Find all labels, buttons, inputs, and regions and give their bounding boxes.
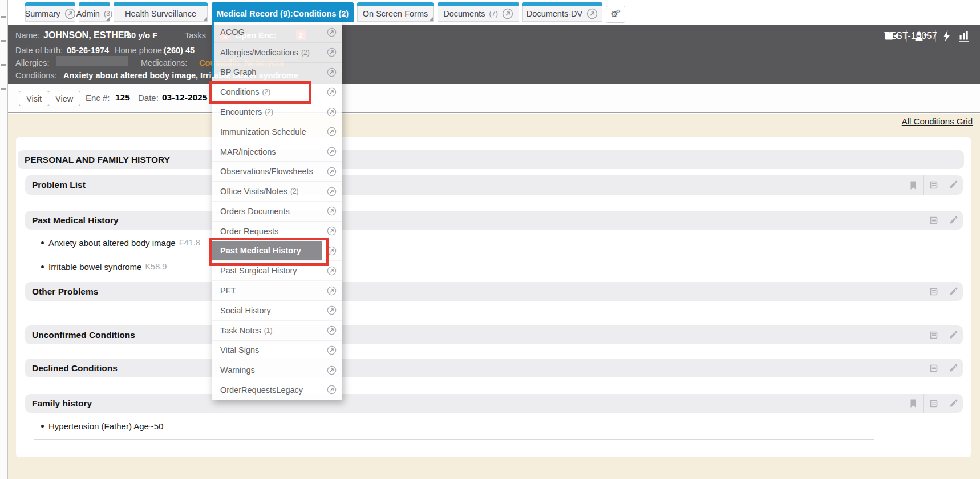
external-link-icon[interactable]: [327, 286, 337, 296]
external-link-icon[interactable]: [327, 87, 337, 97]
tab-medical-record[interactable]: Medical Record (9):Conditions (2): [212, 2, 354, 22]
external-link-icon[interactable]: [327, 167, 337, 176]
menu-item-vital-signs[interactable]: Vital Signs: [212, 340, 342, 360]
external-link-icon[interactable]: [327, 67, 337, 77]
section-personal-family-history: PERSONAL AND FAMILY HISTORY: [18, 150, 964, 169]
menu-item-orderrequestslegacy[interactable]: OrderRequestsLegacy: [212, 380, 342, 400]
section-other-problems: Other Problems: [25, 282, 963, 301]
menu-item-past-surgical-history[interactable]: Past Surgical History: [212, 260, 342, 280]
menu-item-social-history[interactable]: Social History: [212, 300, 342, 320]
section-past-medical-history: Past Medical History: [25, 211, 963, 230]
external-link-icon[interactable]: [327, 27, 337, 37]
gear-icon: ⚙: [616, 9, 621, 14]
notebook-icon[interactable]: [924, 359, 943, 377]
allergies-redacted-value: [56, 56, 128, 66]
external-link-icon[interactable]: [327, 385, 337, 395]
menu-item-warnings[interactable]: Warnings: [212, 360, 342, 380]
pencil-icon[interactable]: [943, 282, 963, 301]
pencil-icon[interactable]: [943, 359, 963, 377]
view-button[interactable]: View: [48, 91, 80, 106]
notebook-icon[interactable]: [924, 325, 943, 344]
notebook-icon[interactable]: [924, 282, 943, 301]
menu-item-immunization-schedule[interactable]: Immunization Schedule: [212, 122, 342, 142]
bar-chart-icon[interactable]: [958, 30, 970, 42]
tab-summary[interactable]: Summary: [25, 2, 75, 22]
external-link-icon[interactable]: [327, 305, 337, 315]
bookmark-icon[interactable]: [904, 175, 923, 195]
menu-item-order-requests[interactable]: Order Requests: [212, 221, 342, 241]
date-label: Date:: [138, 93, 159, 103]
conditions-label: Conditions:: [15, 71, 57, 80]
dob-label: Date of birth:: [15, 46, 63, 55]
tab-admin[interactable]: Admin (3): [79, 2, 110, 22]
external-link-icon[interactable]: [327, 187, 337, 196]
section-problem-list: Problem List: [25, 175, 963, 195]
patient-header: Name: JOHNSON, ESTHER 50 y/o F Tasks 1 O…: [8, 25, 980, 84]
menu-item-mar-injections[interactable]: MAR/Injections: [212, 142, 342, 162]
left-panel-rail[interactable]: [0, 0, 8, 479]
tab-on-screen-forms[interactable]: On Screen Forms: [357, 2, 434, 22]
external-link-icon[interactable]: [327, 246, 337, 256]
all-conditions-grid-link[interactable]: All Conditions Grid: [902, 116, 973, 126]
condition-row: Irritable bowel syndrome K58.9: [34, 256, 874, 277]
tab-health-surveillance[interactable]: Health Surveillance: [114, 2, 208, 22]
menu-item-orders-documents[interactable]: Orders Documents: [212, 201, 342, 221]
patient-age-sex: 50 y/o F: [127, 31, 157, 40]
pencil-icon[interactable]: [943, 325, 963, 344]
external-link-icon[interactable]: [327, 325, 337, 335]
external-link-icon[interactable]: [327, 107, 337, 117]
notebook-icon[interactable]: [923, 394, 943, 413]
name-label: Name:: [15, 31, 40, 40]
external-link-icon[interactable]: [64, 8, 76, 19]
encounter-toolbar: Visit View Enc #: 125 Date: 03-12-2025: [8, 84, 980, 113]
menu-item-task-notes[interactable]: Task Notes(1): [212, 320, 342, 340]
section-family-history: Family history: [25, 394, 963, 413]
lightning-icon[interactable]: [943, 30, 951, 42]
external-link-icon[interactable]: [327, 266, 337, 276]
tab-settings-button[interactable]: ⚙⚙: [606, 6, 625, 23]
menu-item-observations-flowsheets[interactable]: Observations/Flowsheets: [212, 161, 342, 181]
patient-name: JOHNSON, ESTHER: [43, 30, 131, 41]
external-link-icon[interactable]: [327, 127, 337, 136]
medications-label: Medications:: [141, 58, 187, 67]
conditions-page: All Conditions Grid PERSONAL AND FAMILY …: [8, 114, 980, 479]
menu-item-encounters[interactable]: Encounters(2): [212, 102, 342, 122]
station-id: TEST-10057: [884, 31, 937, 41]
external-link-icon[interactable]: [327, 147, 337, 156]
tab-admin-count: (3): [104, 10, 112, 18]
tasks-label: Tasks: [185, 31, 206, 40]
tab-documents-dv[interactable]: Documents-DV: [522, 2, 602, 22]
bullet-dot: [41, 241, 44, 244]
pencil-icon[interactable]: [943, 211, 963, 230]
notebook-icon[interactable]: [924, 211, 943, 230]
pencil-icon[interactable]: [943, 394, 963, 413]
menu-item-pft[interactable]: PFT: [212, 280, 342, 300]
menu-item-bp-graph[interactable]: BP Graph: [212, 62, 342, 82]
external-link-icon[interactable]: [327, 226, 337, 236]
date-value: 03-12-2025: [162, 92, 207, 103]
external-link-icon[interactable]: [327, 345, 337, 355]
menu-item-allergies-medications[interactable]: Allergies/Medications(2): [212, 42, 342, 62]
external-link-icon[interactable]: [586, 8, 598, 19]
external-link-icon[interactable]: [327, 206, 337, 216]
pencil-icon[interactable]: [943, 175, 963, 195]
notebook-icon[interactable]: [923, 175, 943, 195]
section-unconfirmed-conditions: Unconfirmed Conditions: [25, 325, 963, 344]
bullet-dot: [41, 265, 44, 268]
external-link-icon[interactable]: [327, 47, 337, 57]
bookmark-icon[interactable]: [904, 394, 923, 413]
menu-item-past-medical-history[interactable]: Past Medical History: [212, 241, 342, 261]
menu-item-office-visits-notes[interactable]: Office Visits/Notes(2): [212, 181, 342, 201]
external-link-icon[interactable]: [327, 365, 337, 375]
visit-button[interactable]: Visit: [19, 91, 49, 106]
allergies-label: Allergies:: [15, 58, 50, 67]
external-link-icon[interactable]: [502, 8, 513, 19]
menu-item-acog[interactable]: ACOG: [212, 22, 342, 42]
home-phone-label: Home phone:: [115, 46, 164, 55]
menu-item-conditions[interactable]: Conditions(2): [212, 82, 342, 102]
rail-tick: [1, 40, 6, 42]
rail-tick: [1, 64, 6, 66]
rail-tick: [1, 16, 6, 18]
dob-value: 05-26-1974: [67, 46, 109, 55]
tab-documents[interactable]: Documents (7): [438, 2, 519, 22]
